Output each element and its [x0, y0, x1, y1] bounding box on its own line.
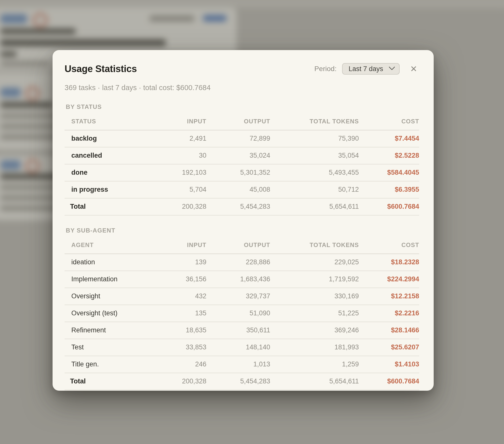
input-value: 192,103 [143, 164, 206, 181]
by-sub-agent-table: AGENT INPUT OUTPUT TOTAL TOKENS COST ide… [65, 238, 419, 390]
total-tokens-value: 50,712 [270, 181, 359, 198]
close-button[interactable]: ✕ [408, 63, 419, 74]
input-value: 2,491 [143, 130, 206, 147]
cost-value: $600.7684 [359, 373, 419, 390]
total-row: Total200,3285,454,2835,654,611$600.7684 [65, 373, 419, 390]
cost-value: $224.2994 [359, 271, 419, 288]
cost-value: $7.4454 [359, 130, 419, 147]
cost-value: $2.5228 [359, 147, 419, 164]
output-value: 72,899 [206, 130, 270, 147]
table-row: backlog2,49172,89975,390$7.4454 [65, 130, 419, 147]
cost-value: $18.2328 [359, 254, 419, 271]
output-value: 148,140 [206, 339, 270, 356]
input-value: 18,635 [143, 322, 206, 339]
dialog-header: Usage Statistics Period: Last 7 days ✕ [65, 63, 419, 75]
row-label: ideation [65, 254, 143, 271]
input-value: 200,328 [143, 198, 206, 215]
column-header-output: OUTPUT [206, 114, 270, 130]
period-label: Period: [314, 65, 337, 73]
row-label: done [65, 164, 143, 181]
total-tokens-value: 5,654,611 [270, 373, 359, 390]
page-title: Usage Statistics [65, 64, 314, 74]
total-tokens-value: 51,225 [270, 305, 359, 322]
usage-statistics-dialog: Usage Statistics Period: Last 7 days ✕ 3… [53, 50, 434, 391]
table-row: Implementation36,1561,683,4361,719,592$2… [65, 271, 419, 288]
input-value: 246 [143, 356, 206, 373]
output-value: 329,737 [206, 288, 270, 305]
output-value: 45,008 [206, 181, 270, 198]
table-row: ideation139228,886229,025$18.2328 [65, 254, 419, 271]
total-tokens-value: 1,259 [270, 356, 359, 373]
output-value: 1,013 [206, 356, 270, 373]
period-select[interactable]: Last 7 days [342, 63, 400, 75]
total-tokens-value: 5,654,611 [270, 198, 359, 215]
input-value: 139 [143, 254, 206, 271]
row-label: Total [65, 198, 143, 215]
table-row: Title gen.2461,0131,259$1.4103 [65, 356, 419, 373]
output-value: 5,454,283 [206, 198, 270, 215]
total-tokens-value: 181,993 [270, 339, 359, 356]
cost-value: $25.6207 [359, 339, 419, 356]
column-header-cost: COST [359, 114, 419, 130]
total-tokens-value: 35,054 [270, 147, 359, 164]
cost-value: $600.7684 [359, 198, 419, 215]
input-value: 30 [143, 147, 206, 164]
by-status-header-row: STATUS INPUT OUTPUT TOTAL TOKENS COST [65, 114, 419, 130]
total-tokens-value: 330,169 [270, 288, 359, 305]
row-label: Oversight [65, 288, 143, 305]
input-value: 432 [143, 288, 206, 305]
input-value: 33,853 [143, 339, 206, 356]
section-label-by-sub-agent: BY SUB-AGENT [66, 227, 419, 234]
by-status-table: STATUS INPUT OUTPUT TOTAL TOKENS COST ba… [65, 114, 419, 215]
column-header-total-tokens: TOTAL TOKENS [270, 114, 359, 130]
table-row: Oversight (test)13551,09051,225$2.2216 [65, 305, 419, 322]
total-row: Total200,3285,454,2835,654,611$600.7684 [65, 198, 419, 215]
row-label: Refinement [65, 322, 143, 339]
usage-summary: 369 tasks · last 7 days · total cost: $6… [65, 84, 419, 92]
close-icon: ✕ [410, 64, 417, 74]
row-label: Title gen. [65, 356, 143, 373]
column-header-input: INPUT [143, 238, 206, 254]
table-row: Test33,853148,140181,993$25.6207 [65, 339, 419, 356]
row-label: Oversight (test) [65, 305, 143, 322]
output-value: 5,454,283 [206, 373, 270, 390]
row-label: Test [65, 339, 143, 356]
input-value: 5,704 [143, 181, 206, 198]
by-sub-agent-header-row: AGENT INPUT OUTPUT TOTAL TOKENS COST [65, 238, 419, 254]
column-header-status: STATUS [65, 114, 143, 130]
cost-value: $2.2216 [359, 305, 419, 322]
column-header-cost: COST [359, 238, 419, 254]
cost-value: $1.4103 [359, 356, 419, 373]
cost-value: $584.4045 [359, 164, 419, 181]
table-row: done192,1035,301,3525,493,455$584.4045 [65, 164, 419, 181]
cost-value: $12.2158 [359, 288, 419, 305]
table-row: cancelled3035,02435,054$2.5228 [65, 147, 419, 164]
output-value: 51,090 [206, 305, 270, 322]
row-label: backlog [65, 130, 143, 147]
input-value: 135 [143, 305, 206, 322]
column-header-agent: AGENT [65, 238, 143, 254]
row-label: in progress [65, 181, 143, 198]
output-value: 1,683,436 [206, 271, 270, 288]
column-header-input: INPUT [143, 114, 206, 130]
total-tokens-value: 229,025 [270, 254, 359, 271]
total-tokens-value: 1,719,592 [270, 271, 359, 288]
table-row: Refinement18,635350,611369,246$28.1466 [65, 322, 419, 339]
table-row: Oversight432329,737330,169$12.2158 [65, 288, 419, 305]
output-value: 228,886 [206, 254, 270, 271]
table-row: in progress5,70445,00850,712$6.3955 [65, 181, 419, 198]
input-value: 200,328 [143, 373, 206, 390]
cost-value: $28.1466 [359, 322, 419, 339]
cost-value: $6.3955 [359, 181, 419, 198]
period-select-value: Last 7 days [349, 65, 383, 73]
output-value: 5,301,352 [206, 164, 270, 181]
chevron-down-icon [389, 64, 395, 70]
section-label-by-status: BY STATUS [66, 103, 419, 110]
column-header-output: OUTPUT [206, 238, 270, 254]
column-header-total-tokens: TOTAL TOKENS [270, 238, 359, 254]
total-tokens-value: 369,246 [270, 322, 359, 339]
row-label: Total [65, 373, 143, 390]
output-value: 35,024 [206, 147, 270, 164]
total-tokens-value: 5,493,455 [270, 164, 359, 181]
output-value: 350,611 [206, 322, 270, 339]
